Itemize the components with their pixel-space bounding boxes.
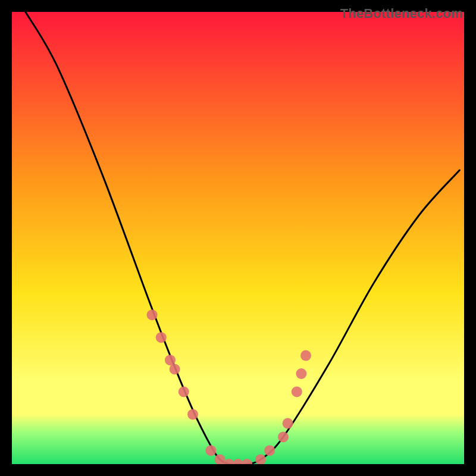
data-point — [278, 431, 289, 442]
bottleneck-chart — [12, 12, 464, 464]
data-point — [300, 350, 311, 361]
data-point — [147, 309, 158, 320]
data-point — [205, 445, 216, 456]
data-point — [187, 409, 198, 419]
data-point — [170, 364, 180, 374]
data-point — [178, 386, 189, 397]
svg-rect-0 — [12, 12, 464, 464]
data-point — [156, 332, 167, 343]
data-point — [292, 386, 302, 397]
data-point — [296, 368, 306, 379]
data-point — [264, 445, 275, 456]
watermark-text: TheBottleneck.com — [340, 6, 463, 21]
chart-frame — [12, 12, 464, 464]
data-point — [283, 418, 293, 429]
